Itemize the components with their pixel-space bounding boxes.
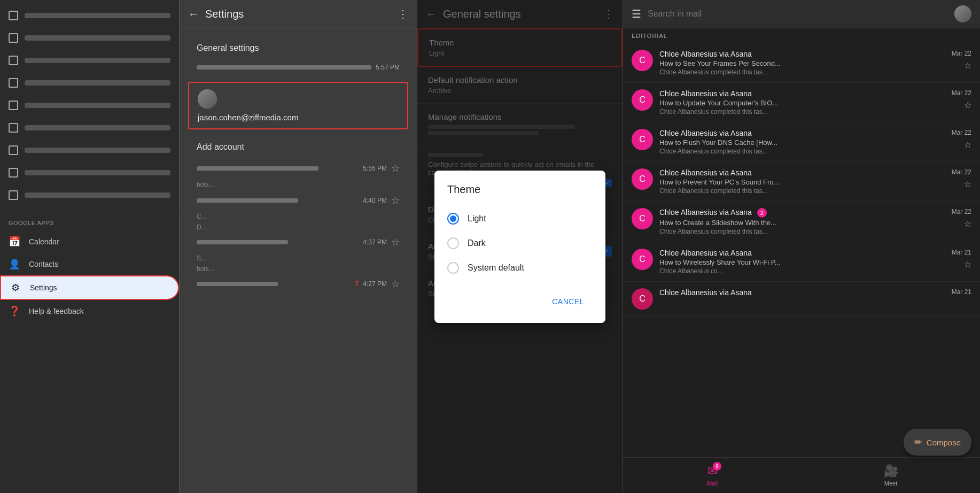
checkbox[interactable]: [9, 123, 18, 133]
email-item[interactable]: C Chloe Albanesius via Asana How to See …: [623, 43, 980, 83]
add-account-button[interactable]: Add account: [188, 136, 408, 158]
avatar: C: [632, 89, 653, 111]
radio-dot: [450, 215, 456, 222]
dialog-title: Theme: [447, 183, 593, 196]
text-blur: [25, 58, 170, 63]
radio-dark-label: Dark: [468, 238, 486, 248]
sidebar-item-help[interactable]: ❓ Help & feedback: [0, 300, 179, 322]
settings-preview-text: bots...: [188, 179, 408, 190]
back-button[interactable]: ←: [188, 8, 199, 20]
sidebar-item-label: Contacts: [29, 260, 58, 268]
email-date: Mar 21: [952, 288, 971, 296]
star-icon[interactable]: ☆: [964, 60, 971, 71]
theme-system-option[interactable]: System default: [447, 256, 593, 280]
star-icon[interactable]: ☆: [964, 140, 971, 150]
text-blur: [25, 125, 170, 130]
user-avatar[interactable]: [954, 5, 971, 22]
email-content: Chloe Albanesius via Asana How to Flush …: [659, 129, 945, 155]
star-icon[interactable]: ☆: [964, 179, 971, 189]
email-sender: Chloe Albanesius via Asana 2: [659, 208, 945, 218]
email-meta: Mar 22 ☆: [952, 168, 971, 189]
checkbox[interactable]: [9, 56, 18, 65]
checkbox[interactable]: [9, 101, 18, 110]
text-blur: [25, 170, 170, 175]
text-blur: [197, 282, 278, 286]
cancel-button[interactable]: Cancel: [543, 293, 593, 310]
dialog-actions: Cancel: [447, 289, 593, 310]
sidebar-item-settings[interactable]: ⚙ Settings: [0, 275, 179, 300]
settings-item-row: 7 4:27 PM ☆: [188, 274, 408, 294]
email-preview: Chloe Albanesius completed this tas...: [659, 228, 945, 235]
more-options-icon[interactable]: ⋮: [398, 7, 408, 20]
settings-icon: ⚙: [10, 282, 21, 294]
email-item[interactable]: C Chloe Albanesius via Asana How to Wire…: [623, 242, 980, 282]
text-blur: [25, 192, 170, 198]
theme-dark-option[interactable]: Dark: [447, 231, 593, 256]
account-avatar-row: [198, 89, 399, 109]
star-icon[interactable]: ☆: [964, 100, 971, 110]
list-item: [0, 184, 179, 206]
radio-system-label: System default: [468, 263, 524, 273]
compose-button[interactable]: ✏ Compose: [904, 429, 971, 456]
search-bar: ☰: [623, 0, 980, 28]
avatar: C: [632, 129, 653, 150]
dialog-overlay: Theme Light Dark System default Cancel: [417, 0, 623, 493]
email-preview: Chloe Albanesius completed this tas...: [659, 187, 945, 195]
email-item[interactable]: C Chloe Albanesius via Asana How to Upda…: [623, 83, 980, 122]
general-settings-button[interactable]: General settings: [188, 37, 408, 59]
email-preview: Chloe Albanesius completed this tas...: [659, 108, 945, 115]
checkbox[interactable]: [9, 190, 18, 200]
email-subject: How to Wirelessly Share Your Wi-Fi P...: [659, 258, 945, 266]
sidebar-list: GOOGLE APPS 📅 Calendar 👤 Contacts ⚙ Sett…: [0, 0, 179, 493]
nav-mail[interactable]: ✉ 9 Mail: [623, 462, 802, 489]
sidebar-item-label: Calendar: [29, 237, 59, 246]
theme-dialog: Theme Light Dark System default Cancel: [434, 171, 605, 323]
settings-list-panel: ← Settings ⋮ General settings 5:57 PM ja…: [179, 0, 417, 493]
text-blur: [197, 240, 288, 244]
email-subject: How to Prevent Your PC's Sound Fro...: [659, 178, 945, 186]
mail-icon: ✉ 9: [707, 464, 717, 478]
nav-meet[interactable]: 🎥 Meet: [802, 462, 980, 489]
account-email: jason.cohen@ziffmedia.com: [198, 113, 399, 122]
mail-badge: 9: [713, 462, 721, 471]
text-blur: [197, 65, 371, 70]
checkbox[interactable]: [9, 78, 18, 88]
email-content: Chloe Albanesius via Asana How to See Yo…: [659, 50, 945, 76]
account-avatar: [198, 89, 217, 109]
checkbox[interactable]: [9, 11, 18, 20]
email-date: Mar 22: [952, 168, 971, 176]
avatar: C: [632, 249, 653, 270]
email-subject: How to Update Your Computer's BIO...: [659, 99, 945, 107]
star-icon: ☆: [391, 163, 400, 174]
email-meta: Mar 22 ☆: [952, 208, 971, 229]
text-blur: [25, 13, 170, 18]
list-item: [0, 72, 179, 94]
email-item[interactable]: C Chloe Albanesius via Asana How to Flus…: [623, 122, 980, 162]
email-meta: Mar 22 ☆: [952, 129, 971, 150]
sidebar-item-calendar[interactable]: 📅 Calendar: [0, 230, 179, 253]
email-preview: Chloe Albanesius co...: [659, 267, 945, 275]
star-icon[interactable]: ☆: [964, 219, 971, 229]
sidebar-item-contacts[interactable]: 👤 Contacts: [0, 253, 179, 275]
email-content: Chloe Albanesius via Asana How to Update…: [659, 89, 945, 115]
checkbox[interactable]: [9, 33, 18, 43]
star-icon[interactable]: ☆: [964, 259, 971, 269]
compose-label: Compose: [927, 438, 961, 447]
email-item[interactable]: C Chloe Albanesius via Asana Mar 21: [623, 282, 980, 317]
settings-preview-text: D...: [188, 222, 408, 232]
radio-light-circle: [447, 213, 459, 225]
checkbox[interactable]: [9, 168, 18, 178]
theme-light-option[interactable]: Light: [447, 206, 593, 231]
email-item[interactable]: C Chloe Albanesius via Asana How to Prev…: [623, 162, 980, 202]
avatar: C: [632, 288, 653, 310]
email-sender: Chloe Albanesius via Asana: [659, 129, 945, 137]
email-sender: Chloe Albanesius via Asana: [659, 288, 945, 297]
checkbox[interactable]: [9, 145, 18, 155]
search-input[interactable]: [648, 9, 948, 19]
hamburger-icon[interactable]: ☰: [632, 7, 641, 20]
list-item: [0, 27, 179, 49]
list-item: [0, 49, 179, 72]
avatar: C: [632, 208, 653, 229]
email-list: C Chloe Albanesius via Asana How to See …: [623, 43, 980, 457]
email-item[interactable]: C Chloe Albanesius via Asana 2 How to Cr…: [623, 202, 980, 242]
